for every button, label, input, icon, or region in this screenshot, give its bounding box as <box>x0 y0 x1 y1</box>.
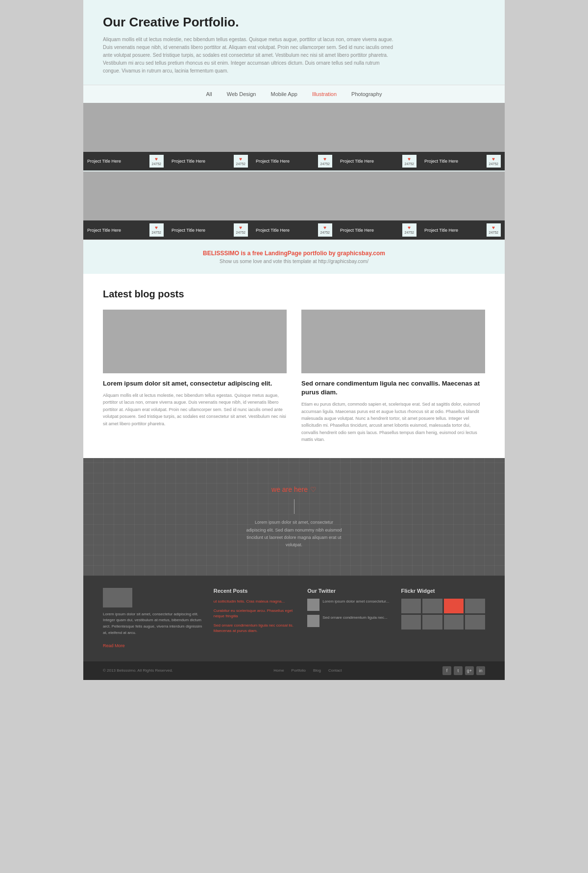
footer-nav-home[interactable]: Home <box>273 668 284 673</box>
heart-icon: ♥ <box>323 225 326 231</box>
social-linkedin-icon[interactable]: in <box>476 666 485 675</box>
footer-about-text: Lorem ipsum dolor sit amet, consectetur … <box>103 611 204 636</box>
portfolio-like[interactable]: ♥ 24752 <box>402 223 416 236</box>
portfolio-item[interactable]: Project Title Here ♥ 24752 <box>83 103 168 170</box>
portfolio-like[interactable]: ♥ 24752 <box>234 223 248 236</box>
portfolio-thumbnail <box>83 171 168 220</box>
map-overlay: we are here ♡ Lorem ipsum dolor sit amet… <box>245 484 343 549</box>
social-icons: f t g+ in <box>442 666 485 675</box>
portfolio-thumbnail <box>336 171 420 220</box>
heart-icon: ♥ <box>239 156 242 162</box>
social-facebook-icon[interactable]: f <box>442 666 451 675</box>
footer-nav-contact[interactable]: Contact <box>328 668 342 673</box>
flickr-item-5[interactable] <box>401 615 421 630</box>
blog-image-2 <box>301 310 485 373</box>
portfolio-like[interactable]: ♥ 24752 <box>487 155 501 168</box>
portfolio-item-title: Project Title Here <box>340 228 374 233</box>
flickr-item-8[interactable] <box>465 615 485 630</box>
portfolio-like[interactable]: ♥ 24752 <box>149 155 164 168</box>
like-count: 24752 <box>320 231 330 235</box>
footer-recent-posts-col: Recent Posts ut sollicitudin felis. Cras… <box>214 588 297 649</box>
map-heading: we are here ♡ <box>245 484 343 494</box>
portfolio-item[interactable]: Project Title Here ♥ 24752 <box>168 103 252 170</box>
promo-brand: BELISSSIMO <box>203 250 239 257</box>
blog-post-1: Lorem ipsum dolor sit amet, consectetur … <box>103 310 287 443</box>
portfolio-bar: Project Title Here ♥ 24752 <box>420 220 505 239</box>
portfolio-item-title: Project Title Here <box>172 228 205 233</box>
filter-mobileapp[interactable]: Mobile App <box>270 91 297 97</box>
portfolio-like[interactable]: ♥ 24752 <box>149 223 164 236</box>
twitter-item-1: Lorem ipsum dolor amet consectetur... <box>307 599 391 611</box>
like-count: 24752 <box>489 231 498 235</box>
flickr-grid <box>401 599 485 630</box>
blog-image-1 <box>103 310 287 373</box>
like-count: 24752 <box>236 231 245 235</box>
filter-illustration[interactable]: Illustration <box>312 91 337 97</box>
portfolio-bar: Project Title Here ♥ 24752 <box>420 152 505 170</box>
social-twitter-icon[interactable]: t <box>454 666 463 675</box>
heart-icon: ♥ <box>323 156 326 162</box>
flickr-item-7[interactable] <box>444 615 464 630</box>
heart-icon: ♥ <box>155 225 158 231</box>
promo-banner: BELISSSIMO is a free LandingPage portfol… <box>83 240 505 274</box>
blog-post-text-1: Aliquam mollis elit ut lectus molestie, … <box>103 392 287 427</box>
footer-read-more-link[interactable]: Read More <box>103 643 125 648</box>
flickr-item-2[interactable] <box>422 599 442 613</box>
flickr-item-4[interactable] <box>465 599 485 613</box>
footer-copyright: © 2013 Belisssimo. All Rights Reserved. <box>103 668 173 673</box>
portfolio-item[interactable]: Project Title Here ♥ 24752 <box>420 103 505 170</box>
portfolio-like[interactable]: ♥ 24752 <box>318 223 332 236</box>
portfolio-item[interactable]: Project Title Here ♥ 24752 <box>168 171 252 239</box>
heart-icon: ♥ <box>239 225 242 231</box>
blog-post-title-2: Sed ornare condimentum ligula nec conval… <box>301 379 485 397</box>
like-count: 24752 <box>152 162 161 166</box>
portfolio-like[interactable]: ♥ 24752 <box>318 155 332 168</box>
portfolio-item[interactable]: Project Title Here ♥ 24752 <box>336 171 420 239</box>
footer-bottom: © 2013 Belisssimo. All Rights Reserved. … <box>83 661 505 680</box>
filter-photography[interactable]: Photography <box>351 91 382 97</box>
flickr-item-6[interactable] <box>422 615 442 630</box>
filter-all[interactable]: All <box>206 91 212 97</box>
map-text: Lorem ipsum dolor sit amet, consectetur … <box>245 519 343 549</box>
heart-icon: ♥ <box>155 156 158 162</box>
portfolio-item[interactable]: Project Title Here ♥ 24752 <box>336 103 420 170</box>
footer-flickr-title: Flickr Widget <box>401 588 485 594</box>
footer-post-link-3[interactable]: Sed ornare condimentum ligula nec consal… <box>214 623 297 633</box>
portfolio-like[interactable]: ♥ 24752 <box>487 223 501 236</box>
blog-post-2: Sed ornare condimentum ligula nec conval… <box>301 310 485 443</box>
footer-nav-portfolio[interactable]: Portfolio <box>292 668 306 673</box>
footer-nav-blog[interactable]: Blog <box>313 668 321 673</box>
blog-section-title: Latest blog posts <box>103 289 485 300</box>
footer-twitter-title: Our Twitter <box>307 588 391 594</box>
like-count: 24752 <box>489 162 498 166</box>
portfolio-thumbnail <box>83 103 168 152</box>
blog-grid: Lorem ipsum dolor sit amet, consectetur … <box>103 310 485 443</box>
portfolio-like[interactable]: ♥ 24752 <box>402 155 416 168</box>
portfolio-item[interactable]: Project Title Here ♥ 24752 <box>420 171 505 239</box>
footer-post-item: ut sollicitudin felis. Cras maleua magna… <box>214 599 297 604</box>
filter-webdesign[interactable]: Web Design <box>227 91 256 97</box>
portfolio-bar: Project Title Here ♥ 24752 <box>83 220 168 239</box>
portfolio-item-title: Project Title Here <box>256 228 290 233</box>
footer-post-link-1[interactable]: ut sollicitudin felis. Cras maleua magna… <box>214 599 297 604</box>
footer-recent-posts-title: Recent Posts <box>214 588 297 594</box>
portfolio-bar: Project Title Here ♥ 24752 <box>336 152 420 170</box>
like-count: 24752 <box>405 231 414 235</box>
footer-about-col: Lorem ipsum dolor sit amet, consectetur … <box>103 588 204 649</box>
footer-post-link-2[interactable]: Curabitur eu scelerisque arcu. Phasellus… <box>214 608 297 619</box>
like-count: 24752 <box>152 231 161 235</box>
portfolio-like[interactable]: ♥ 24752 <box>234 155 248 168</box>
map-section: we are here ♡ Lorem ipsum dolor sit amet… <box>83 458 505 576</box>
portfolio-thumbnail <box>168 171 252 220</box>
portfolio-item[interactable]: Project Title Here ♥ 24752 <box>83 171 168 239</box>
flickr-item-3[interactable] <box>444 599 464 613</box>
like-count: 24752 <box>320 162 330 166</box>
footer-bottom-nav: Home Portfolio Blog Contact <box>273 668 342 673</box>
social-googleplus-icon[interactable]: g+ <box>465 666 474 675</box>
portfolio-item[interactable]: Project Title Here ♥ 24752 <box>252 103 336 170</box>
flickr-item-1[interactable] <box>401 599 421 613</box>
like-count: 24752 <box>405 162 414 166</box>
blog-post-text-2: Etiam eu purus dictum, commodo sapien et… <box>301 401 485 443</box>
twitter-text-1: Lorem ipsum dolor amet consectetur... <box>322 599 389 611</box>
portfolio-item[interactable]: Project Title Here ♥ 24752 <box>252 171 336 239</box>
